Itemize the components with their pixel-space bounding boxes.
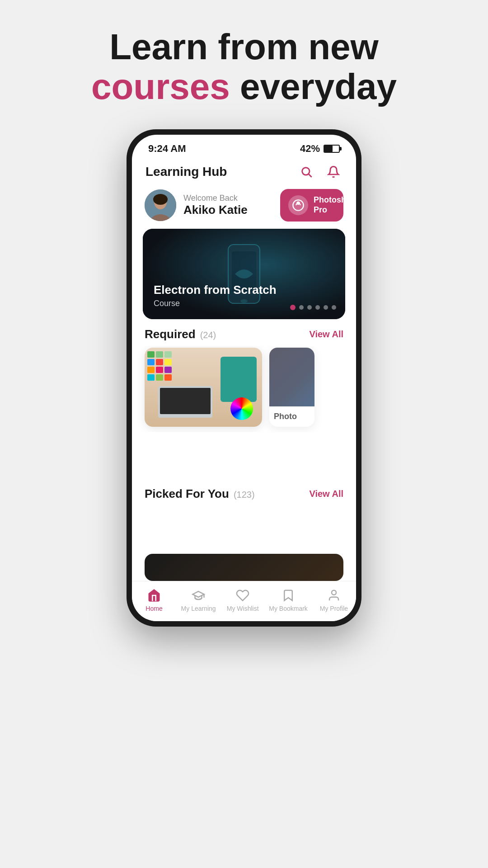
bell-icon xyxy=(327,165,340,178)
learning-nav-label: My Learning xyxy=(181,605,216,612)
svg-point-7 xyxy=(297,202,300,204)
greeting: Welcome Back xyxy=(183,193,248,203)
course-card-image xyxy=(145,348,262,427)
app-title: Learning Hub xyxy=(145,165,227,179)
required-title: Required xyxy=(145,327,196,341)
swatch-11 xyxy=(156,374,163,381)
hero-subtitle: Course xyxy=(154,299,277,308)
nav-learning[interactable]: My Learning xyxy=(180,588,216,612)
laptop-screen xyxy=(160,388,211,414)
learning-nav-icon xyxy=(191,588,206,603)
color-wheel xyxy=(230,397,253,420)
continue-icon xyxy=(288,195,308,215)
search-icon xyxy=(300,165,313,178)
hero-dot-6[interactable] xyxy=(332,305,336,310)
welcome-section: Welcome Back Akiko Katie Photoshop Pro xyxy=(132,185,356,229)
course-cards-row: Photoshop Pro 4 30:30 Min xyxy=(132,346,356,432)
hero-dot-4[interactable] xyxy=(315,305,320,310)
hero-text: Electron from Scratch Course xyxy=(154,283,277,308)
swatch-5 xyxy=(156,359,163,365)
picked-title: Picked For You xyxy=(145,487,229,501)
page-header: Learn from new courses everyday xyxy=(91,27,397,107)
nav-home[interactable]: Home xyxy=(136,588,172,612)
photoshop-pro-card[interactable]: Photoshop Pro 4 30:30 Min xyxy=(145,348,262,427)
hero-dot-1[interactable] xyxy=(290,305,296,310)
svg-point-16 xyxy=(332,590,336,595)
header-line1: Learn from new xyxy=(109,27,379,67)
hero-dots xyxy=(290,305,336,310)
swatch-6 xyxy=(164,359,172,365)
play-circle-icon xyxy=(292,199,305,212)
swatch-1 xyxy=(147,351,155,358)
avatar-image xyxy=(145,189,176,221)
profile-nav-label: My Profile xyxy=(320,605,348,612)
required-section-header: Required (24) View All xyxy=(132,319,356,346)
swatch-12 xyxy=(164,374,172,381)
swatch-9 xyxy=(164,367,172,373)
profile-nav-icon xyxy=(326,588,342,603)
header-highlight: courses xyxy=(91,66,230,107)
swatch-4 xyxy=(147,359,155,365)
home-nav-label: Home xyxy=(145,605,162,612)
bookmark-nav-label: My Bookmark xyxy=(269,605,308,612)
avatar-svg xyxy=(145,189,176,221)
status-bar: 9:24 AM 42% xyxy=(132,135,356,158)
swatch-2 xyxy=(156,351,163,358)
picked-title-group: Picked For You (123) xyxy=(145,487,255,501)
header-rest: everyday xyxy=(230,66,397,107)
notification-button[interactable] xyxy=(324,163,343,181)
wishlist-nav-icon xyxy=(235,588,250,603)
avatar xyxy=(145,189,176,221)
svg-line-1 xyxy=(309,174,311,177)
nav-bookmark[interactable]: My Bookmark xyxy=(269,588,308,612)
required-count: (24) xyxy=(200,330,216,340)
battery-icon xyxy=(324,145,340,153)
partial-card-image xyxy=(269,348,314,406)
app-header: Learning Hub xyxy=(132,158,356,185)
partial-card-body: Photo xyxy=(269,406,314,427)
swatch-grid xyxy=(147,351,172,381)
continue-card[interactable]: Photoshop Pro xyxy=(280,189,343,222)
nav-profile[interactable]: My Profile xyxy=(316,588,352,612)
svg-point-5 xyxy=(153,194,168,205)
home-nav-icon xyxy=(146,588,162,603)
picked-card-partial[interactable] xyxy=(145,554,343,581)
welcome-left: Welcome Back Akiko Katie xyxy=(145,189,248,221)
swatch-8 xyxy=(156,367,163,373)
partial-course-card[interactable]: Photo xyxy=(269,348,314,427)
picked-section-header: Picked For You (123) View All xyxy=(132,432,356,552)
battery-percent: 42% xyxy=(300,143,320,155)
wishlist-nav-label: My Wishlist xyxy=(227,605,259,612)
phone-shell: 9:24 AM 42% Learning Hub xyxy=(127,129,361,627)
search-button[interactable] xyxy=(297,163,315,181)
continue-label: Photoshop Pro xyxy=(314,195,356,215)
user-name: Akiko Katie xyxy=(183,203,248,217)
swatch-7 xyxy=(147,367,155,373)
nav-wishlist[interactable]: My Wishlist xyxy=(225,588,261,612)
hero-dot-3[interactable] xyxy=(307,305,312,310)
svg-point-0 xyxy=(302,168,310,175)
hero-dot-2[interactable] xyxy=(299,305,304,310)
bookmark-nav-icon xyxy=(281,588,296,603)
swatch-3 xyxy=(164,351,172,358)
laptop xyxy=(158,386,212,418)
header-icons xyxy=(297,163,343,181)
partial-course-name: Photo xyxy=(274,412,310,421)
hero-banner[interactable]: Electron from Scratch Course xyxy=(143,229,345,319)
welcome-text: Welcome Back Akiko Katie xyxy=(183,193,248,217)
bottom-nav: Home My Learning My Wishlist My Bookmark xyxy=(132,581,356,621)
status-time: 9:24 AM xyxy=(148,143,186,155)
required-view-all[interactable]: View All xyxy=(309,329,343,340)
status-right: 42% xyxy=(300,143,340,155)
phone-screen: 9:24 AM 42% Learning Hub xyxy=(132,135,356,621)
tablet xyxy=(221,357,257,402)
required-title-group: Required (24) xyxy=(145,327,216,341)
hero-dot-5[interactable] xyxy=(324,305,328,310)
hero-title: Electron from Scratch xyxy=(154,283,277,297)
picked-count: (123) xyxy=(234,490,255,500)
battery-fill xyxy=(324,146,333,152)
picked-view-all[interactable]: View All xyxy=(309,489,343,499)
swatch-10 xyxy=(147,374,155,381)
